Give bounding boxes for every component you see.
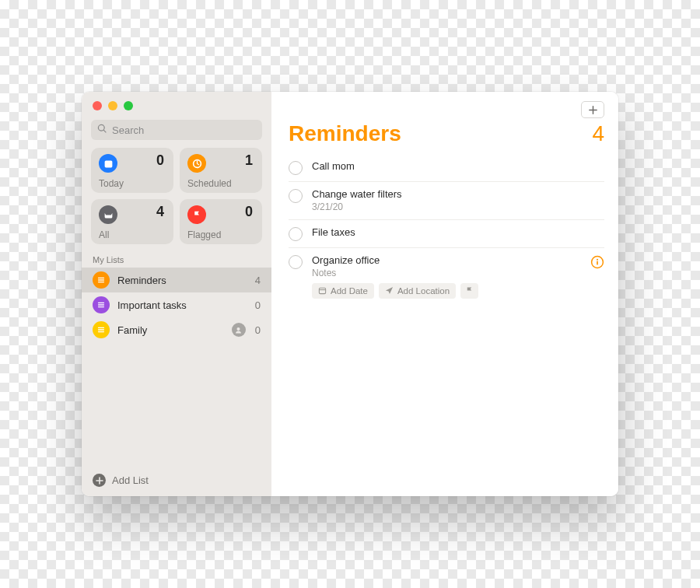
add-date-chip[interactable]: Add Date bbox=[312, 283, 374, 299]
reminder-items: Call mom Change water filters 3/21/20 Fi… bbox=[289, 154, 604, 306]
search-input[interactable] bbox=[112, 124, 256, 136]
tray-icon bbox=[99, 205, 117, 224]
window-zoom-button[interactable] bbox=[124, 101, 133, 110]
reminders-window: 0 Today 1 Scheduled 4 All bbox=[82, 92, 618, 496]
list-title: Reminders bbox=[289, 121, 401, 146]
svg-rect-7 bbox=[597, 261, 598, 265]
smart-tile-today[interactable]: 0 Today bbox=[91, 148, 173, 193]
window-close-button[interactable] bbox=[93, 101, 102, 110]
flag-small-icon bbox=[465, 286, 474, 296]
add-location-label: Add Location bbox=[397, 286, 450, 296]
info-button[interactable] bbox=[590, 255, 604, 269]
reminder-title: Call mom bbox=[312, 160, 604, 172]
reminder-title: Organize office bbox=[312, 254, 581, 266]
plus-circle-icon bbox=[93, 474, 106, 487]
smart-tile-all[interactable]: 4 All bbox=[91, 199, 173, 244]
smart-today-count: 0 bbox=[156, 152, 164, 169]
complete-toggle[interactable] bbox=[289, 189, 303, 203]
sidebar-item-count: 0 bbox=[255, 324, 261, 336]
location-icon bbox=[385, 286, 394, 296]
main-panel: Reminders 4 Call mom Change water filter… bbox=[271, 92, 618, 496]
complete-toggle[interactable] bbox=[289, 255, 303, 269]
new-reminder-button[interactable] bbox=[581, 101, 604, 118]
smart-scheduled-label: Scheduled bbox=[187, 178, 232, 189]
calendar-icon bbox=[99, 154, 117, 173]
sidebar-list-family[interactable]: Family 0 bbox=[82, 317, 271, 342]
smart-tile-scheduled[interactable]: 1 Scheduled bbox=[180, 148, 262, 193]
sidebar-item-label: Reminders bbox=[117, 275, 247, 286]
list-header: Reminders 4 bbox=[289, 121, 604, 146]
complete-toggle[interactable] bbox=[289, 161, 303, 175]
shared-list-icon bbox=[232, 323, 246, 337]
reminder-date: 3/21/20 bbox=[312, 201, 604, 212]
flag-chip[interactable] bbox=[460, 283, 478, 299]
reminder-title: File taxes bbox=[312, 226, 604, 238]
list-count: 4 bbox=[592, 121, 604, 146]
reminder-item[interactable]: Call mom bbox=[289, 154, 604, 182]
smart-lists-grid: 0 Today 1 Scheduled 4 All bbox=[91, 148, 262, 244]
reminder-title: Change water filters bbox=[312, 188, 604, 200]
sidebar-list-important-tasks[interactable]: Important tasks 0 bbox=[82, 292, 271, 317]
smart-scheduled-count: 1 bbox=[245, 152, 253, 169]
add-list-button[interactable]: Add List bbox=[82, 466, 271, 496]
search-field[interactable] bbox=[91, 120, 262, 140]
sidebar-item-label: Important tasks bbox=[117, 299, 247, 311]
complete-toggle[interactable] bbox=[289, 227, 303, 241]
smart-tile-flagged[interactable]: 0 Flagged bbox=[180, 199, 262, 244]
window-minimize-button[interactable] bbox=[108, 101, 117, 110]
sidebar-list-reminders[interactable]: Reminders 4 bbox=[82, 268, 271, 292]
plus-icon bbox=[588, 105, 598, 115]
flag-icon bbox=[187, 205, 206, 224]
sidebar: 0 Today 1 Scheduled 4 All bbox=[82, 92, 271, 496]
search-icon bbox=[97, 123, 107, 137]
calendar-small-icon bbox=[318, 286, 327, 296]
quick-edit-chips: Add Date Add Location bbox=[312, 283, 581, 299]
svg-point-3 bbox=[237, 327, 240, 330]
smart-all-label: All bbox=[99, 229, 109, 240]
sidebar-item-count: 4 bbox=[255, 275, 261, 286]
list-bullet-icon bbox=[93, 321, 110, 338]
reminder-item-editing[interactable]: Organize office Notes Add Date bbox=[289, 248, 604, 306]
window-traffic-lights bbox=[82, 100, 271, 120]
sidebar-item-label: Family bbox=[117, 324, 224, 336]
smart-flagged-count: 0 bbox=[245, 204, 253, 220]
smart-all-count: 4 bbox=[156, 204, 164, 220]
clock-icon bbox=[187, 154, 206, 173]
list-bullet-icon bbox=[93, 296, 110, 313]
my-lists-header: My Lists bbox=[82, 252, 271, 268]
toolbar bbox=[289, 100, 604, 120]
add-list-label: Add List bbox=[112, 474, 149, 486]
reminder-item[interactable]: File taxes bbox=[289, 220, 604, 248]
reminder-item[interactable]: Change water filters 3/21/20 bbox=[289, 182, 604, 220]
add-location-chip[interactable]: Add Location bbox=[379, 283, 456, 299]
list-bullet-icon bbox=[93, 271, 110, 289]
sidebar-item-count: 0 bbox=[255, 299, 261, 311]
notes-placeholder[interactable]: Notes bbox=[312, 268, 581, 278]
add-date-label: Add Date bbox=[331, 286, 368, 296]
svg-rect-4 bbox=[319, 288, 325, 293]
svg-point-6 bbox=[597, 259, 598, 261]
smart-today-label: Today bbox=[99, 178, 124, 189]
smart-flagged-label: Flagged bbox=[187, 229, 221, 240]
